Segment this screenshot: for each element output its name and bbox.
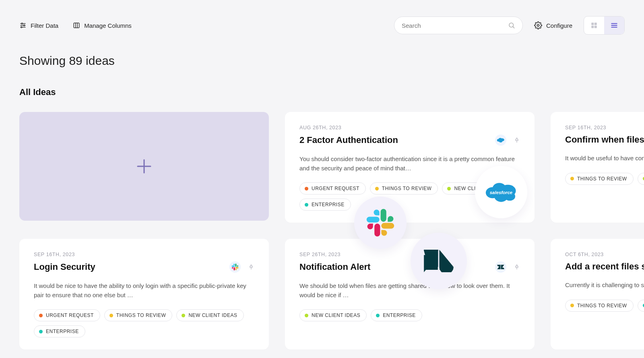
filter-data-label: Filter Data	[31, 22, 58, 29]
card-tags: URGENT REQUESTTHINGS TO REVIEWNEW CLIENT…	[34, 309, 254, 337]
tag-label: NEW CLIENT IDEAS	[188, 312, 237, 318]
salesforce-icon: salesforce	[483, 179, 520, 205]
tag[interactable]: NEW CLIENT IDEAS	[176, 309, 244, 321]
idea-card[interactable]: SEP 16TH, 2023Login SecurityIt would be …	[19, 239, 269, 350]
tag-dot	[643, 304, 644, 307]
grid-view-button[interactable]	[584, 17, 604, 34]
svg-rect-6	[74, 23, 79, 28]
tag-dot	[375, 187, 379, 190]
tag-dot	[570, 304, 574, 307]
grid-icon	[590, 22, 598, 29]
manage-columns-button[interactable]: Manage Columns	[73, 22, 132, 29]
tag-label: ENTERPRISE	[312, 202, 345, 207]
results-heading: Showing 89 ideas	[19, 54, 625, 68]
tag[interactable]: NEW CLIENT IDEAS	[299, 309, 367, 321]
card-title: Login Security	[34, 262, 95, 272]
svg-point-5	[21, 27, 22, 28]
svg-point-3	[24, 25, 25, 26]
svg-point-24	[499, 140, 502, 143]
svg-point-1	[21, 23, 23, 24]
list-view-button[interactable]	[604, 17, 624, 34]
zendesk-icon	[424, 250, 454, 272]
pin-icon[interactable]	[514, 137, 520, 143]
idea-card[interactable]: SEP 16TH, 2023Confirm when files arIt wo…	[551, 112, 644, 223]
zendesk-icon	[495, 261, 506, 273]
tag-label: THINGS TO REVIEW	[382, 186, 432, 191]
card-date: SEP 16TH, 2023	[565, 125, 644, 130]
svg-point-11	[537, 25, 539, 27]
card-description: We should be told when files are getting…	[299, 281, 520, 300]
tag-dot	[305, 187, 308, 190]
tag-dot	[109, 314, 113, 317]
search-input[interactable]	[402, 22, 508, 29]
configure-button[interactable]: Configure	[534, 21, 572, 29]
svg-rect-12	[591, 23, 594, 25]
tag-dot	[570, 177, 574, 180]
tag-dot	[643, 177, 644, 180]
card-title: 2 Factor Authentication	[299, 135, 398, 145]
manage-columns-label: Manage Columns	[84, 22, 132, 29]
tag[interactable]: THINGS TO REVIEW	[370, 182, 438, 195]
svg-rect-13	[594, 23, 597, 25]
tag-dot	[376, 314, 380, 317]
tag-label: THINGS TO REVIEW	[577, 303, 627, 308]
tag-dot	[39, 330, 43, 333]
tag[interactable]: THINGS TO REVIEW	[104, 309, 173, 321]
tag-dot	[305, 314, 308, 317]
tag[interactable]	[638, 300, 644, 312]
tag[interactable]: THINGS TO REVIEW	[565, 300, 634, 312]
section-title: All Ideas	[19, 87, 625, 97]
tag-dot	[182, 314, 185, 317]
tag-label: THINGS TO REVIEW	[577, 176, 627, 182]
list-icon	[610, 22, 618, 29]
slack-bubble	[354, 197, 407, 249]
svg-rect-14	[591, 26, 594, 28]
card-description: It would be useful to have con other use…	[565, 154, 644, 163]
sliders-icon	[19, 22, 27, 29]
tag[interactable]: ENTERPRISE	[34, 325, 85, 337]
tag-dot	[39, 314, 43, 317]
tag[interactable]: ENTERPRISE	[371, 309, 422, 321]
tag-label: THINGS TO REVIEW	[116, 312, 166, 318]
plus-icon	[134, 157, 154, 176]
pin-icon[interactable]	[514, 264, 520, 270]
card-date: SEP 16TH, 2023	[34, 252, 254, 257]
search-icon	[508, 22, 515, 29]
tag-label: NEW CLIENT IDEAS	[312, 312, 360, 318]
idea-card[interactable]: OCT 6TH, 2023Add a recent files seCurren…	[551, 239, 644, 350]
filter-data-button[interactable]: Filter Data	[19, 22, 58, 29]
card-title: Add a recent files se	[565, 261, 644, 272]
tag[interactable]: URGENT REQUEST	[34, 309, 100, 321]
slack-icon	[366, 208, 395, 237]
slack-icon	[229, 261, 241, 273]
configure-label: Configure	[546, 22, 572, 29]
tag-dot	[447, 187, 451, 190]
columns-icon	[73, 22, 80, 29]
tag-label: URGENT REQUEST	[312, 186, 359, 191]
card-tags: NEW CLIENT IDEASENTERPRISE	[299, 309, 520, 321]
idea-card[interactable]: SEP 26TH, 2023Notification AlertWe shoul…	[285, 239, 535, 350]
view-switch	[584, 16, 625, 35]
pin-icon[interactable]	[248, 264, 254, 270]
search-input-wrapper[interactable]	[394, 17, 523, 34]
card-title: Notification Alert	[299, 262, 370, 272]
tag-dot	[305, 203, 308, 207]
tag-label: ENTERPRISE	[46, 329, 79, 334]
tag[interactable]: THINGS TO REVIEW	[565, 173, 634, 185]
toolbar: Filter Data Manage Columns Configure	[19, 16, 625, 35]
card-date: OCT 6TH, 2023	[565, 252, 644, 257]
svg-line-10	[513, 27, 514, 28]
new-idea-card[interactable]	[19, 112, 269, 221]
card-tags: THINGS TO REVIEWNEW CLIENT IDEAS	[565, 173, 644, 185]
tag[interactable]: URGENT REQUEST	[299, 182, 366, 195]
salesforce-icon	[495, 135, 506, 146]
card-description: Currently it is challenging to s having …	[565, 281, 644, 290]
card-date: SEP 26TH, 2023	[299, 252, 520, 257]
card-date: AUG 26TH, 2023	[299, 125, 520, 130]
tag-label: URGENT REQUEST	[46, 312, 94, 318]
tag[interactable]: ENTERPRISE	[299, 199, 351, 211]
tag[interactable]: NEW CLIENT IDEAS	[638, 173, 644, 185]
svg-rect-15	[594, 26, 597, 28]
svg-text:salesforce: salesforce	[490, 190, 513, 195]
card-tags: THINGS TO REVIEW	[565, 300, 644, 312]
